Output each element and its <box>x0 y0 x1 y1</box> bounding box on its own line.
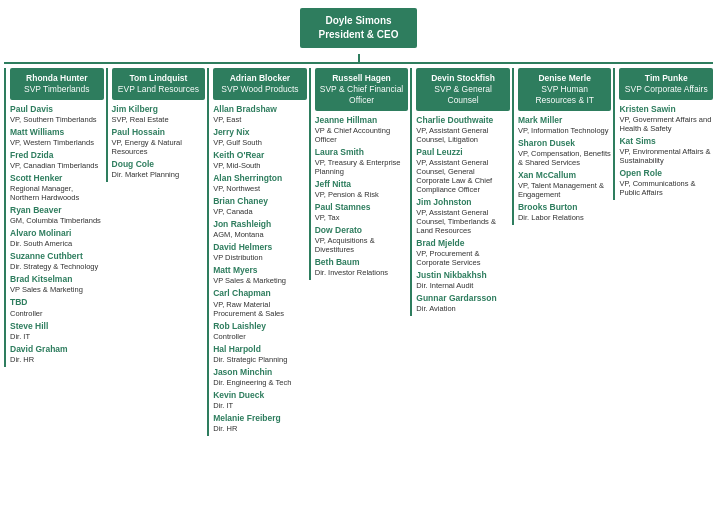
vp-title: EVP Land Resources <box>115 84 203 95</box>
report-title: VP, Gulf South <box>213 138 307 147</box>
list-item: Alan SherringtonVP, Northwest <box>213 173 307 193</box>
vp-title: SVP & General Counsel <box>419 84 507 106</box>
vp-title: SVP Human Resources & IT <box>521 84 609 106</box>
h-connector <box>4 62 713 64</box>
report-title: VP, Procurement & Corporate Services <box>416 249 510 267</box>
report-title: Controller <box>10 309 104 318</box>
vp-title: SVP & Chief Financial Officer <box>318 84 406 106</box>
list-item: Jason MinchinDir. Engineering & Tech <box>213 367 307 387</box>
vp-box-6: Tim PunkeSVP Corporate Affairs <box>619 68 713 100</box>
vp-name: Rhonda Hunter <box>13 73 101 84</box>
ceo-title: President & CEO <box>318 28 398 42</box>
report-title: SVP, Real Estate <box>112 115 206 124</box>
report-title: VP, Treasury & Enterprise Planning <box>315 158 409 176</box>
report-title: VP, Assistant General Counsel, Litigatio… <box>416 126 510 144</box>
vp-box-2: Adrian BlockerSVP Wood Products <box>213 68 307 100</box>
list-item: Fred DzidaVP, Canadian Timberlands <box>10 150 104 170</box>
reports-4: Charlie DouthwaiteVP, Assistant General … <box>416 115 510 313</box>
list-item: Paul StamnesVP, Tax <box>315 202 409 222</box>
list-item: Dow DeratoVP, Acquisitions & Divestiture… <box>315 225 409 254</box>
list-item: Jim KilbergSVP, Real Estate <box>112 104 206 124</box>
report-title: VP Distribution <box>213 253 307 262</box>
report-name: Kevin Dueck <box>213 390 307 401</box>
ceo-connector <box>4 54 713 62</box>
report-name: Doug Cole <box>112 159 206 170</box>
list-item: TBDController <box>10 297 104 317</box>
columns-row: Rhonda HunterSVP TimberlandsPaul DavisVP… <box>4 68 713 436</box>
list-item: Doug ColeDir. Market Planning <box>112 159 206 179</box>
report-title: Dir. HR <box>213 424 307 433</box>
report-name: Open Role <box>619 168 713 179</box>
column-4: Devin StockfishSVP & General CounselChar… <box>410 68 510 316</box>
vp-name: Devin Stockfish <box>419 73 507 84</box>
report-title: VP, Mid-South <box>213 161 307 170</box>
report-title: VP, Southern Timberlands <box>10 115 104 124</box>
report-name: Hal Harpold <box>213 344 307 355</box>
report-name: Matt Myers <box>213 265 307 276</box>
report-title: VP Sales & Marketing <box>10 285 104 294</box>
report-title: Dir. Engineering & Tech <box>213 378 307 387</box>
vp-name: Denise Merle <box>521 73 609 84</box>
report-name: Mark Miller <box>518 115 612 126</box>
list-item: Matt WilliamsVP, Western Timberlands <box>10 127 104 147</box>
report-title: Dir. IT <box>10 332 104 341</box>
report-name: Sharon Dusek <box>518 138 612 149</box>
list-item: Charlie DouthwaiteVP, Assistant General … <box>416 115 510 144</box>
report-title: Dir. Labor Relations <box>518 213 612 222</box>
list-item: Keith O'RearVP, Mid-South <box>213 150 307 170</box>
report-name: Jason Minchin <box>213 367 307 378</box>
report-title: Dir. Market Planning <box>112 170 206 179</box>
report-name: Brian Chaney <box>213 196 307 207</box>
list-item: Melanie FreibergDir. HR <box>213 413 307 433</box>
report-title: VP, Northwest <box>213 184 307 193</box>
list-item: Carl ChapmanVP, Raw Material Procurement… <box>213 288 307 317</box>
report-title: VP, Assistant General Counsel, General C… <box>416 158 510 194</box>
report-name: Xan McCallum <box>518 170 612 181</box>
report-title: VP, Canadian Timberlands <box>10 161 104 170</box>
list-item: Suzanne CuthbertDir. Strategy & Technolo… <box>10 251 104 271</box>
report-title: VP, Pension & Risk <box>315 190 409 199</box>
reports-5: Mark MillerVP, Information TechnologySha… <box>518 115 612 222</box>
report-title: AGM, Montana <box>213 230 307 239</box>
report-name: David Graham <box>10 344 104 355</box>
vp-name: Adrian Blocker <box>216 73 304 84</box>
list-item: Jim JohnstonVP, Assistant General Counse… <box>416 197 510 235</box>
report-title: VP, Information Technology <box>518 126 612 135</box>
report-title: VP, Compensation, Benefits & Shared Serv… <box>518 149 612 167</box>
vp-box-1: Tom LindquistEVP Land Resources <box>112 68 206 100</box>
report-title: Dir. HR <box>10 355 104 364</box>
list-item: Brad MjeldeVP, Procurement & Corporate S… <box>416 238 510 267</box>
list-item: David HelmersVP Distribution <box>213 242 307 262</box>
report-title: VP, Energy & Natural Resources <box>112 138 206 156</box>
ceo-name: Doyle Simons <box>318 14 398 28</box>
list-item: Open RoleVP, Communications & Public Aff… <box>619 168 713 197</box>
report-name: Suzanne Cuthbert <box>10 251 104 262</box>
report-name: Paul Stamnes <box>315 202 409 213</box>
vp-box-4: Devin StockfishSVP & General Counsel <box>416 68 510 111</box>
report-name: Paul Leuzzi <box>416 147 510 158</box>
report-title: VP, Western Timberlands <box>10 138 104 147</box>
report-title: Dir. IT <box>213 401 307 410</box>
report-name: Carl Chapman <box>213 288 307 299</box>
report-name: Matt Williams <box>10 127 104 138</box>
report-name: Scott Henker <box>10 173 104 184</box>
report-title: Dir. Strategy & Technology <box>10 262 104 271</box>
reports-0: Paul DavisVP, Southern TimberlandsMatt W… <box>10 104 104 364</box>
report-name: Melanie Freiberg <box>213 413 307 424</box>
ceo-row: Doyle Simons President & CEO <box>4 8 713 48</box>
report-name: Paul Hossain <box>112 127 206 138</box>
report-name: Kat Sims <box>619 136 713 147</box>
report-name: Jim Johnston <box>416 197 510 208</box>
report-title: Dir. South America <box>10 239 104 248</box>
list-item: Jerry NixVP, Gulf South <box>213 127 307 147</box>
reports-1: Jim KilbergSVP, Real EstatePaul HossainV… <box>112 104 206 179</box>
report-name: TBD <box>10 297 104 308</box>
report-title: VP, Tax <box>315 213 409 222</box>
report-name: Jeff Nitta <box>315 179 409 190</box>
report-name: Kristen Sawin <box>619 104 713 115</box>
reports-6: Kristen SawinVP, Government Affairs and … <box>619 104 713 197</box>
column-5: Denise MerleSVP Human Resources & ITMark… <box>512 68 612 225</box>
report-title: VP & Chief Accounting Officer <box>315 126 409 144</box>
vp-box-3: Russell HagenSVP & Chief Financial Offic… <box>315 68 409 111</box>
report-name: Ryan Beaver <box>10 205 104 216</box>
